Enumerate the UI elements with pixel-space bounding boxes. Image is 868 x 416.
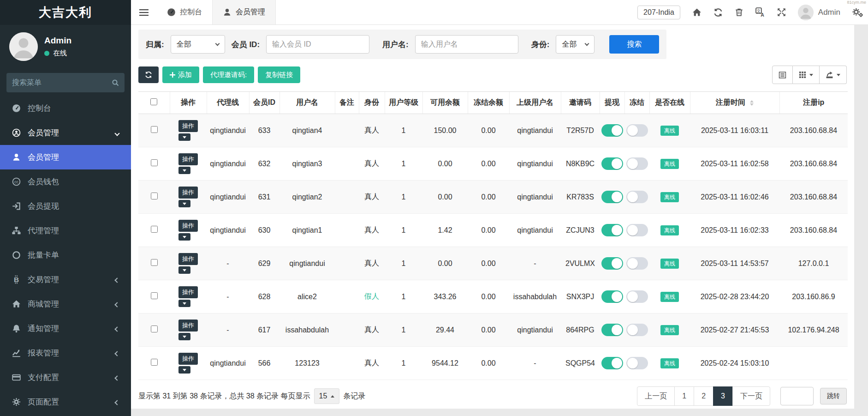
row-checkbox[interactable]	[151, 126, 158, 133]
freeze-toggle[interactable]	[626, 124, 648, 137]
row-action-dropdown[interactable]: 操作	[178, 220, 198, 241]
sidebar-item-member-withdraw[interactable]: 会员提现	[0, 194, 131, 218]
export-button[interactable]	[820, 66, 847, 84]
sidebar-item-member-wallet[interactable]: cc 会员钱包	[0, 169, 131, 194]
row-action-dropdown[interactable]: 操作	[178, 320, 198, 340]
sidebar-item-notice-manage[interactable]: 通知管理	[0, 316, 131, 341]
owner-select[interactable]: 全部	[171, 35, 225, 54]
withdraw-toggle[interactable]	[601, 290, 623, 303]
copy-link-button[interactable]: 复制链接	[258, 66, 300, 83]
cell-register-time: 2025-03-11 14:53:57	[690, 247, 779, 280]
freeze-toggle[interactable]	[626, 290, 648, 303]
freeze-toggle[interactable]	[626, 157, 648, 170]
select-all-checkbox[interactable]	[150, 98, 157, 105]
agent-invite-code-button[interactable]: 代理邀请码:	[203, 66, 254, 83]
cell-balance: 9544.12	[422, 347, 468, 380]
row-action-dropdown[interactable]: 操作	[178, 153, 198, 174]
caret-down-icon[interactable]	[178, 133, 190, 141]
row-checkbox[interactable]	[151, 226, 158, 233]
refresh-button[interactable]	[138, 66, 159, 83]
sidebar-item-trade-manage[interactable]: B 交易管理	[0, 267, 131, 292]
hamburger-menu-icon[interactable]	[131, 0, 157, 24]
cell-frozen-balance: 0.00	[468, 147, 509, 181]
page-button-3[interactable]: 3	[713, 386, 733, 406]
cell-invite-code: 864RPG	[561, 314, 600, 347]
row-checkbox[interactable]	[151, 292, 158, 299]
member-id-input[interactable]	[266, 35, 369, 54]
page-button-2[interactable]: 2	[694, 386, 713, 406]
sidebar: 大吉大利 Admin 在线 控制台 会员管理 会员管理 cc 会员钱包	[0, 0, 131, 416]
search-icon[interactable]	[112, 79, 119, 86]
row-checkbox[interactable]	[151, 259, 158, 266]
fullscreen-icon[interactable]	[777, 8, 786, 17]
sidebar-item-page-config[interactable]: 页面配置	[0, 390, 131, 414]
column-header: 会员ID	[249, 92, 279, 114]
cell-invite-code: ZCJUN3	[561, 214, 600, 247]
translate-icon[interactable]: 文A	[755, 7, 765, 17]
page-size-select[interactable]: 15	[314, 388, 340, 404]
refresh-icon[interactable]	[713, 8, 723, 17]
caret-down-icon[interactable]	[178, 167, 190, 174]
server-selector[interactable]: 207-India	[637, 6, 680, 19]
sidebar-item-mall-manage[interactable]: 商城管理	[0, 292, 131, 316]
jump-page-input[interactable]	[780, 387, 814, 405]
page-button-1[interactable]: 1	[674, 386, 694, 406]
row-checkbox[interactable]	[151, 193, 158, 199]
row-checkbox[interactable]	[151, 359, 158, 366]
withdraw-toggle[interactable]	[601, 157, 623, 170]
cell-level: 1	[385, 314, 422, 347]
tab-member[interactable]: 会员管理	[212, 0, 276, 24]
row-action-dropdown[interactable]: 操作	[178, 286, 198, 307]
caret-down-icon[interactable]	[178, 266, 190, 274]
jump-button[interactable]: 跳转	[820, 388, 847, 404]
topbar-user[interactable]: Admin	[798, 5, 840, 20]
identity-select[interactable]: 全部	[556, 35, 595, 54]
row-action-dropdown[interactable]: 操作	[178, 120, 198, 141]
caret-down-icon[interactable]	[178, 300, 190, 307]
prev-page-button[interactable]: 上一页	[637, 386, 675, 406]
next-page-button[interactable]: 下一页	[732, 386, 770, 406]
freeze-toggle[interactable]	[626, 357, 648, 369]
withdraw-toggle[interactable]	[601, 224, 623, 236]
sidebar-item-batch-orders[interactable]: 批量卡单	[0, 243, 131, 267]
sidebar-item-dashboard[interactable]: 控制台	[0, 96, 131, 121]
sidebar-search-input[interactable]	[12, 78, 112, 87]
sidebar-item-agent-manage[interactable]: 代理管理	[0, 218, 131, 243]
sidebar-item-pay-config[interactable]: 支付配置	[0, 365, 131, 390]
sort-icon[interactable]	[750, 100, 754, 106]
settings-gears-icon[interactable]	[852, 7, 863, 18]
freeze-toggle[interactable]	[626, 324, 648, 336]
detail-view-button[interactable]	[772, 66, 793, 84]
add-button[interactable]: 添加	[162, 66, 199, 83]
withdraw-toggle[interactable]	[601, 124, 623, 137]
online-status-badge: 离线	[660, 325, 679, 335]
caret-down-icon[interactable]	[178, 233, 190, 241]
withdraw-toggle[interactable]	[601, 257, 623, 270]
online-status-badge: 离线	[660, 292, 679, 302]
freeze-toggle[interactable]	[626, 224, 648, 236]
tab-dashboard[interactable]: 控制台	[157, 0, 212, 24]
columns-view-button[interactable]	[793, 66, 820, 84]
withdraw-toggle[interactable]	[601, 191, 623, 203]
row-action-dropdown[interactable]: 操作	[178, 253, 198, 274]
row-checkbox[interactable]	[151, 159, 158, 166]
withdraw-toggle[interactable]	[601, 357, 623, 369]
row-checkbox[interactable]	[151, 326, 158, 332]
row-action-dropdown[interactable]: 操作	[178, 187, 198, 207]
caret-down-icon[interactable]	[178, 333, 190, 340]
caret-down-icon[interactable]	[178, 366, 190, 374]
home-icon[interactable]	[692, 8, 702, 17]
withdraw-toggle[interactable]	[601, 324, 623, 336]
sidebar-item-member-parent[interactable]: 会员管理	[0, 121, 131, 145]
username-input[interactable]	[415, 35, 518, 54]
sidebar-item-report-manage[interactable]: 报表管理	[0, 341, 131, 365]
search-button[interactable]: 搜索	[609, 35, 659, 54]
trash-icon[interactable]	[735, 8, 743, 17]
sidebar-item-member-manage[interactable]: 会员管理	[0, 145, 131, 169]
freeze-toggle[interactable]	[626, 257, 648, 270]
column-header[interactable]: 注册时间	[690, 92, 779, 114]
row-action-dropdown[interactable]: 操作	[178, 353, 198, 374]
freeze-toggle[interactable]	[626, 191, 648, 203]
caret-down-icon[interactable]	[178, 200, 190, 207]
cell-frozen-balance: 0.00	[468, 314, 509, 347]
